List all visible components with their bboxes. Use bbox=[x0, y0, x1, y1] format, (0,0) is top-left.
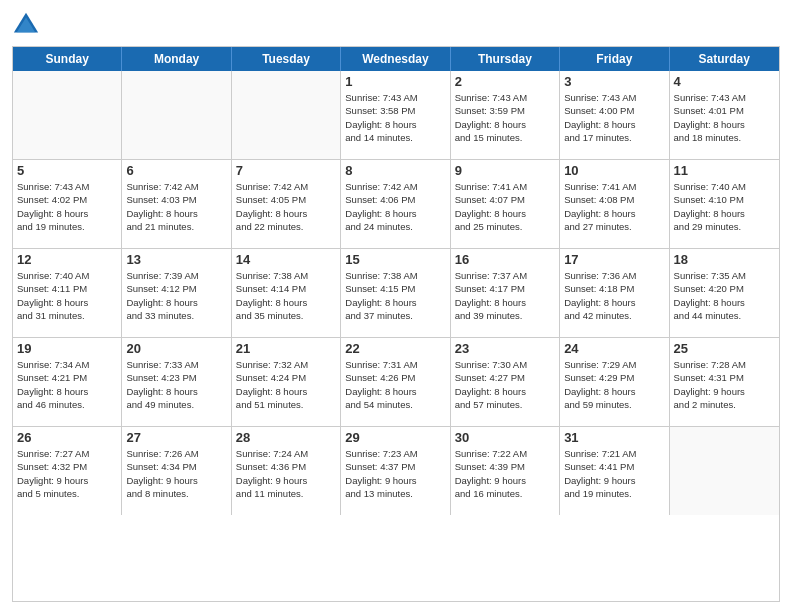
day-number: 21 bbox=[236, 341, 336, 356]
calendar-cell: 25Sunrise: 7:28 AM Sunset: 4:31 PM Dayli… bbox=[670, 338, 779, 426]
calendar-cell: 16Sunrise: 7:37 AM Sunset: 4:17 PM Dayli… bbox=[451, 249, 560, 337]
day-info: Sunrise: 7:35 AM Sunset: 4:20 PM Dayligh… bbox=[674, 269, 775, 322]
day-number: 31 bbox=[564, 430, 664, 445]
weekday-header: Saturday bbox=[670, 47, 779, 71]
day-info: Sunrise: 7:39 AM Sunset: 4:12 PM Dayligh… bbox=[126, 269, 226, 322]
calendar-cell: 5Sunrise: 7:43 AM Sunset: 4:02 PM Daylig… bbox=[13, 160, 122, 248]
calendar-week-row: 12Sunrise: 7:40 AM Sunset: 4:11 PM Dayli… bbox=[13, 249, 779, 338]
calendar-cell: 23Sunrise: 7:30 AM Sunset: 4:27 PM Dayli… bbox=[451, 338, 560, 426]
day-number: 29 bbox=[345, 430, 445, 445]
day-number: 10 bbox=[564, 163, 664, 178]
day-info: Sunrise: 7:30 AM Sunset: 4:27 PM Dayligh… bbox=[455, 358, 555, 411]
day-number: 28 bbox=[236, 430, 336, 445]
calendar-cell: 3Sunrise: 7:43 AM Sunset: 4:00 PM Daylig… bbox=[560, 71, 669, 159]
day-info: Sunrise: 7:43 AM Sunset: 3:58 PM Dayligh… bbox=[345, 91, 445, 144]
day-number: 14 bbox=[236, 252, 336, 267]
calendar-cell: 27Sunrise: 7:26 AM Sunset: 4:34 PM Dayli… bbox=[122, 427, 231, 515]
calendar-cell: 18Sunrise: 7:35 AM Sunset: 4:20 PM Dayli… bbox=[670, 249, 779, 337]
day-number: 4 bbox=[674, 74, 775, 89]
calendar-cell: 17Sunrise: 7:36 AM Sunset: 4:18 PM Dayli… bbox=[560, 249, 669, 337]
calendar-cell: 11Sunrise: 7:40 AM Sunset: 4:10 PM Dayli… bbox=[670, 160, 779, 248]
day-number: 12 bbox=[17, 252, 117, 267]
weekday-header: Wednesday bbox=[341, 47, 450, 71]
calendar-cell: 31Sunrise: 7:21 AM Sunset: 4:41 PM Dayli… bbox=[560, 427, 669, 515]
calendar-cell: 29Sunrise: 7:23 AM Sunset: 4:37 PM Dayli… bbox=[341, 427, 450, 515]
day-number: 6 bbox=[126, 163, 226, 178]
day-info: Sunrise: 7:24 AM Sunset: 4:36 PM Dayligh… bbox=[236, 447, 336, 500]
day-info: Sunrise: 7:42 AM Sunset: 4:06 PM Dayligh… bbox=[345, 180, 445, 233]
calendar-cell: 9Sunrise: 7:41 AM Sunset: 4:07 PM Daylig… bbox=[451, 160, 560, 248]
day-info: Sunrise: 7:41 AM Sunset: 4:07 PM Dayligh… bbox=[455, 180, 555, 233]
day-info: Sunrise: 7:23 AM Sunset: 4:37 PM Dayligh… bbox=[345, 447, 445, 500]
calendar-cell: 20Sunrise: 7:33 AM Sunset: 4:23 PM Dayli… bbox=[122, 338, 231, 426]
day-info: Sunrise: 7:32 AM Sunset: 4:24 PM Dayligh… bbox=[236, 358, 336, 411]
calendar-header: SundayMondayTuesdayWednesdayThursdayFrid… bbox=[13, 47, 779, 71]
calendar-cell: 10Sunrise: 7:41 AM Sunset: 4:08 PM Dayli… bbox=[560, 160, 669, 248]
day-info: Sunrise: 7:40 AM Sunset: 4:10 PM Dayligh… bbox=[674, 180, 775, 233]
calendar: SundayMondayTuesdayWednesdayThursdayFrid… bbox=[12, 46, 780, 602]
day-number: 24 bbox=[564, 341, 664, 356]
weekday-header: Tuesday bbox=[232, 47, 341, 71]
calendar-cell: 15Sunrise: 7:38 AM Sunset: 4:15 PM Dayli… bbox=[341, 249, 450, 337]
day-info: Sunrise: 7:42 AM Sunset: 4:05 PM Dayligh… bbox=[236, 180, 336, 233]
day-info: Sunrise: 7:27 AM Sunset: 4:32 PM Dayligh… bbox=[17, 447, 117, 500]
day-info: Sunrise: 7:31 AM Sunset: 4:26 PM Dayligh… bbox=[345, 358, 445, 411]
day-info: Sunrise: 7:34 AM Sunset: 4:21 PM Dayligh… bbox=[17, 358, 117, 411]
day-number: 18 bbox=[674, 252, 775, 267]
day-number: 25 bbox=[674, 341, 775, 356]
day-number: 27 bbox=[126, 430, 226, 445]
page-container: SundayMondayTuesdayWednesdayThursdayFrid… bbox=[0, 0, 792, 612]
day-info: Sunrise: 7:38 AM Sunset: 4:15 PM Dayligh… bbox=[345, 269, 445, 322]
calendar-body: 1Sunrise: 7:43 AM Sunset: 3:58 PM Daylig… bbox=[13, 71, 779, 515]
calendar-cell: 2Sunrise: 7:43 AM Sunset: 3:59 PM Daylig… bbox=[451, 71, 560, 159]
day-number: 22 bbox=[345, 341, 445, 356]
day-number: 9 bbox=[455, 163, 555, 178]
day-number: 3 bbox=[564, 74, 664, 89]
day-info: Sunrise: 7:42 AM Sunset: 4:03 PM Dayligh… bbox=[126, 180, 226, 233]
day-number: 23 bbox=[455, 341, 555, 356]
day-info: Sunrise: 7:41 AM Sunset: 4:08 PM Dayligh… bbox=[564, 180, 664, 233]
logo-icon bbox=[12, 10, 40, 38]
day-info: Sunrise: 7:33 AM Sunset: 4:23 PM Dayligh… bbox=[126, 358, 226, 411]
calendar-cell: 6Sunrise: 7:42 AM Sunset: 4:03 PM Daylig… bbox=[122, 160, 231, 248]
weekday-header: Monday bbox=[122, 47, 231, 71]
calendar-cell: 30Sunrise: 7:22 AM Sunset: 4:39 PM Dayli… bbox=[451, 427, 560, 515]
day-info: Sunrise: 7:22 AM Sunset: 4:39 PM Dayligh… bbox=[455, 447, 555, 500]
day-info: Sunrise: 7:43 AM Sunset: 4:02 PM Dayligh… bbox=[17, 180, 117, 233]
day-info: Sunrise: 7:38 AM Sunset: 4:14 PM Dayligh… bbox=[236, 269, 336, 322]
day-info: Sunrise: 7:37 AM Sunset: 4:17 PM Dayligh… bbox=[455, 269, 555, 322]
calendar-cell: 8Sunrise: 7:42 AM Sunset: 4:06 PM Daylig… bbox=[341, 160, 450, 248]
calendar-cell: 14Sunrise: 7:38 AM Sunset: 4:14 PM Dayli… bbox=[232, 249, 341, 337]
weekday-header: Thursday bbox=[451, 47, 560, 71]
day-info: Sunrise: 7:43 AM Sunset: 4:00 PM Dayligh… bbox=[564, 91, 664, 144]
calendar-cell bbox=[232, 71, 341, 159]
calendar-cell: 13Sunrise: 7:39 AM Sunset: 4:12 PM Dayli… bbox=[122, 249, 231, 337]
calendar-cell: 21Sunrise: 7:32 AM Sunset: 4:24 PM Dayli… bbox=[232, 338, 341, 426]
day-info: Sunrise: 7:28 AM Sunset: 4:31 PM Dayligh… bbox=[674, 358, 775, 411]
day-info: Sunrise: 7:26 AM Sunset: 4:34 PM Dayligh… bbox=[126, 447, 226, 500]
calendar-week-row: 5Sunrise: 7:43 AM Sunset: 4:02 PM Daylig… bbox=[13, 160, 779, 249]
day-number: 19 bbox=[17, 341, 117, 356]
day-info: Sunrise: 7:43 AM Sunset: 4:01 PM Dayligh… bbox=[674, 91, 775, 144]
day-number: 13 bbox=[126, 252, 226, 267]
calendar-week-row: 26Sunrise: 7:27 AM Sunset: 4:32 PM Dayli… bbox=[13, 427, 779, 515]
day-number: 16 bbox=[455, 252, 555, 267]
day-number: 8 bbox=[345, 163, 445, 178]
calendar-cell: 24Sunrise: 7:29 AM Sunset: 4:29 PM Dayli… bbox=[560, 338, 669, 426]
calendar-cell bbox=[122, 71, 231, 159]
calendar-cell: 12Sunrise: 7:40 AM Sunset: 4:11 PM Dayli… bbox=[13, 249, 122, 337]
day-info: Sunrise: 7:36 AM Sunset: 4:18 PM Dayligh… bbox=[564, 269, 664, 322]
day-number: 26 bbox=[17, 430, 117, 445]
logo bbox=[12, 10, 44, 38]
day-number: 7 bbox=[236, 163, 336, 178]
day-number: 17 bbox=[564, 252, 664, 267]
day-number: 15 bbox=[345, 252, 445, 267]
header bbox=[12, 10, 780, 38]
day-info: Sunrise: 7:29 AM Sunset: 4:29 PM Dayligh… bbox=[564, 358, 664, 411]
day-number: 2 bbox=[455, 74, 555, 89]
calendar-cell: 4Sunrise: 7:43 AM Sunset: 4:01 PM Daylig… bbox=[670, 71, 779, 159]
day-number: 20 bbox=[126, 341, 226, 356]
calendar-cell bbox=[670, 427, 779, 515]
calendar-cell: 1Sunrise: 7:43 AM Sunset: 3:58 PM Daylig… bbox=[341, 71, 450, 159]
calendar-cell: 19Sunrise: 7:34 AM Sunset: 4:21 PM Dayli… bbox=[13, 338, 122, 426]
